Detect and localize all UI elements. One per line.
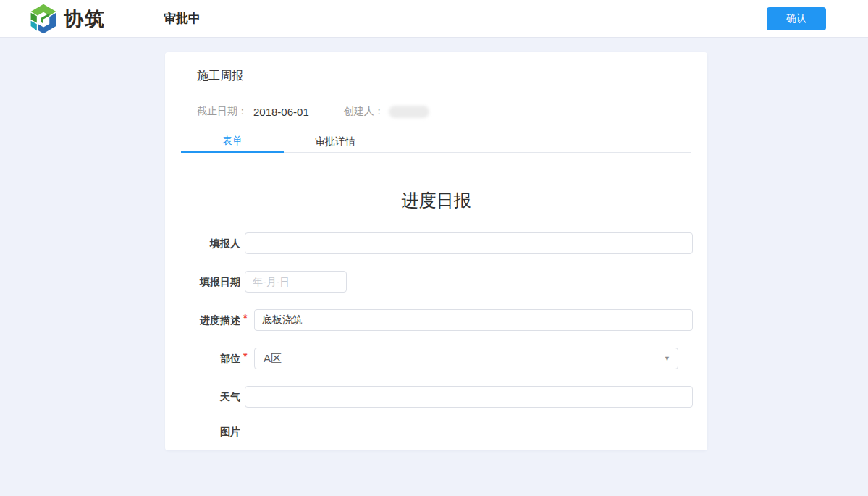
form-row-location: 部位 * A区 ▼ [197, 348, 693, 369]
form-body: 填报人 填报日期 进度描述 * 部位 * A区 [165, 232, 707, 439]
required-star: * [243, 312, 250, 324]
report-date-input[interactable] [245, 271, 347, 293]
required-star: * [243, 350, 250, 362]
progress-description-label: 进度描述 [197, 315, 240, 325]
location-select-value: A区 [264, 352, 282, 366]
reporter-control [245, 232, 693, 254]
reporter-label: 填报人 [197, 238, 240, 248]
report-date-control [245, 271, 347, 293]
weather-control [245, 386, 693, 408]
page-title: 审批中 [164, 10, 201, 27]
form-row-reporter: 填报人 [197, 232, 693, 254]
confirm-button[interactable]: 确认 [767, 7, 826, 30]
card-title: 施工周报 [197, 69, 707, 84]
deadline-label: 截止日期： [197, 105, 248, 118]
location-select[interactable]: A区 [254, 348, 678, 369]
location-label: 部位 [197, 353, 240, 363]
logo-hexagon-icon [28, 3, 59, 35]
logo-text: 协筑 [64, 6, 106, 32]
form-row-report-date: 填报日期 [197, 271, 693, 293]
creator-label: 创建人： [344, 105, 384, 118]
weather-input[interactable] [245, 386, 693, 408]
form-row-weather: 天气 [197, 386, 693, 408]
tab-approval-details[interactable]: 审批详情 [284, 131, 387, 153]
location-control: A区 ▼ [254, 348, 678, 369]
app-logo[interactable]: 协筑 [28, 3, 106, 35]
progress-description-control [254, 309, 693, 331]
approval-card: 施工周报 截止日期： 2018-06-01 创建人： 表单 审批详情 进度日报 … [165, 52, 707, 450]
form-row-progress-description: 进度描述 * [197, 309, 693, 331]
tab-form[interactable]: 表单 [181, 131, 284, 153]
reporter-input[interactable] [245, 232, 693, 254]
app-header: 协筑 审批中 确认 [0, 0, 868, 38]
tab-bar: 表单 审批详情 [181, 131, 691, 153]
form-row-images: 图片 [197, 424, 693, 439]
deadline-value: 2018-06-01 [253, 106, 309, 118]
report-date-label: 填报日期 [197, 277, 240, 287]
form-title: 进度日报 [165, 189, 707, 212]
progress-description-input[interactable] [254, 309, 693, 331]
meta-row: 截止日期： 2018-06-01 创建人： [197, 105, 675, 118]
images-label: 图片 [197, 426, 240, 437]
weather-label: 天气 [197, 392, 240, 402]
creator-redacted-name [389, 106, 429, 118]
